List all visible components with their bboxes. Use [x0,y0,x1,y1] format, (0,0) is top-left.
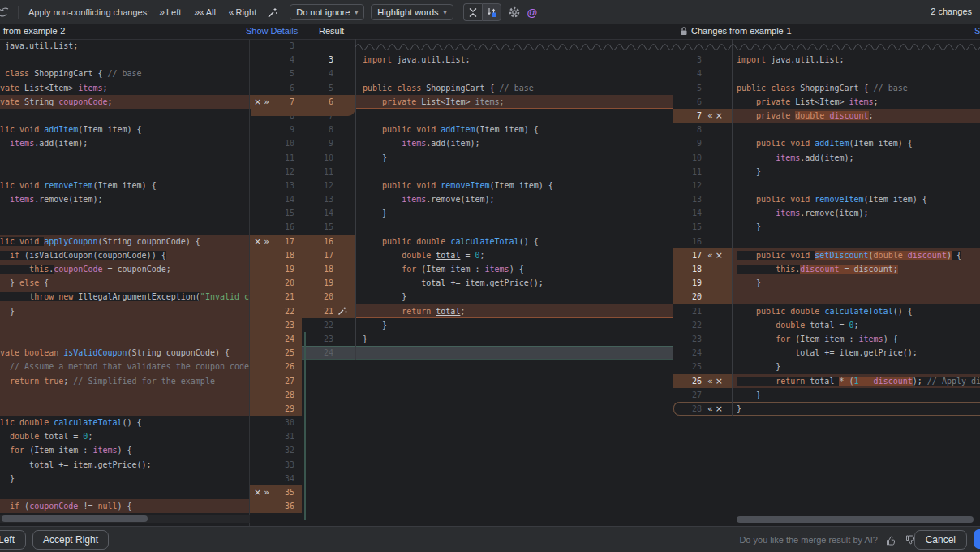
code-text[interactable]: java.util.List; [0,39,250,53]
magic-resolve-icon[interactable] [266,6,278,19]
code-text[interactable]: public void removeItem(Item item) { [355,179,673,192]
ignore-change-icon[interactable]: × [254,235,261,248]
code-text[interactable]: for (Item item : items) { [732,332,980,346]
code-text[interactable]: items.add(item); [355,136,673,150]
apply-all-button[interactable]: »« All [191,5,219,19]
code-text[interactable]: this.couponCode = couponCode; [0,262,250,276]
code-text[interactable]: vate List<Item> items; [0,81,250,95]
accept-right-button[interactable]: Accept Right [32,530,109,550]
code-text[interactable]: public class ShoppingCart { // base [732,81,980,95]
code-text[interactable]: public double calculateTotal() { [355,235,673,248]
apply-change-left-icon[interactable]: « [707,402,713,416]
code-text[interactable]: class ShoppingCart { // base [0,67,250,80]
code-text[interactable]: public double calculateTotal() { [732,304,980,318]
code-text[interactable]: if (couponCode != null) { [0,499,250,513]
code-text[interactable] [0,485,250,499]
highlight-mode-dropdown[interactable]: Highlight words ▾ [371,4,453,20]
code-text[interactable]: public void setDiscount(double discount)… [732,248,980,262]
left-hscrollbar-thumb[interactable] [2,515,148,522]
right-panel[interactable]: 3 import java.util.List; 4 5 public clas… [673,39,980,526]
code-text[interactable]: lic void addItem(Item item) { [0,123,250,136]
ignore-policy-dropdown[interactable]: Do not ignore ▾ [290,4,364,20]
code-text[interactable] [732,290,980,304]
code-text[interactable] [355,165,673,179]
code-text[interactable] [355,346,673,360]
code-text[interactable]: this.discount = discount; [732,262,980,276]
code-text[interactable]: private List<Item> items; [732,95,980,109]
code-text[interactable]: items.remove(item); [732,206,980,220]
code-text[interactable] [732,123,980,136]
code-text[interactable]: items.remove(item); [355,192,673,206]
code-text[interactable]: import java.util.List; [355,53,673,67]
code-text[interactable]: } [355,151,673,165]
code-text[interactable] [732,235,980,248]
apply-change-left-icon[interactable]: « [707,248,713,262]
code-text[interactable]: vate String couponCode; [0,95,250,109]
code-text[interactable]: public class ShoppingCart { // base [355,81,673,95]
code-text[interactable] [0,109,250,123]
code-text[interactable] [0,53,250,67]
code-text[interactable]: return total * (1 - discount); // Apply … [732,374,980,388]
code-text[interactable]: items.add(item); [732,151,980,165]
right-hscrollbar-thumb[interactable] [737,516,974,523]
code-text[interactable]: total += item.getPrice(); [732,346,980,360]
show-details-link[interactable]: Show Details [246,26,298,36]
code-text[interactable] [0,220,250,234]
code-text[interactable] [0,402,250,416]
code-text[interactable]: } [732,402,980,416]
code-text[interactable]: } else { [0,276,250,290]
code-text[interactable] [0,332,250,346]
ai-resolve-wand-icon[interactable] [337,306,347,316]
code-text[interactable]: items.add(item); [0,136,250,150]
code-text[interactable]: } [732,276,980,290]
sync-scroll-button[interactable] [482,3,501,21]
code-text[interactable]: } [732,220,980,234]
ai-assistant-icon[interactable]: @ [527,6,538,19]
result-panel[interactable]: 3 import java.util.List; 4 5 public clas… [302,39,673,526]
apply-change-right-icon[interactable]: » [264,485,269,499]
code-text[interactable] [732,179,980,192]
thumbs-up-icon[interactable] [885,534,897,546]
code-text[interactable] [732,67,980,80]
code-text[interactable] [0,388,250,402]
apply-change-right-icon[interactable]: » [264,235,269,248]
code-text[interactable]: } [355,318,673,332]
collapse-unchanged-button[interactable] [463,3,482,21]
apply-change-left-icon[interactable]: « [707,374,713,388]
cancel-button[interactable]: Cancel [914,530,967,550]
rollback-icon[interactable] [0,6,10,19]
apply-primary-button[interactable] [974,529,980,549]
code-text[interactable] [355,220,673,234]
code-text[interactable]: vate boolean isValidCoupon(String coupon… [0,346,250,360]
ignore-change-icon[interactable]: × [716,374,723,388]
code-text[interactable]: total += item.getPrice(); [355,276,673,290]
apply-change-left-icon[interactable]: « [707,109,713,123]
ignore-change-icon[interactable]: × [716,248,723,262]
show-details-link-clipped[interactable]: Show Details [974,26,980,36]
code-text[interactable]: double total = 0; [355,248,673,262]
code-text[interactable]: private List<Item> items; [355,95,673,109]
code-text[interactable] [355,109,673,123]
code-text[interactable]: if (isValidCoupon(couponCode)) { [0,248,250,262]
code-text[interactable]: lic double calculateTotal() { [0,416,250,429]
accept-left-button[interactable]: Accept Left [0,530,26,550]
code-text[interactable]: } [355,206,673,220]
code-text[interactable] [355,67,673,80]
code-text[interactable]: // Assume a method that validates the co… [0,360,250,373]
ignore-change-icon[interactable]: × [716,402,723,416]
code-text[interactable] [0,318,250,332]
code-text[interactable]: } [0,304,250,318]
code-text[interactable]: return true; // Simplified for the examp… [0,374,250,388]
code-text[interactable]: total += item.getPrice(); [0,458,250,472]
code-text[interactable]: public void addItem(Item item) { [355,123,673,136]
ignore-change-icon[interactable]: × [716,109,723,123]
code-text[interactable]: double total = 0; [732,318,980,332]
code-text[interactable]: for (Item item : items) { [0,443,250,457]
code-text[interactable]: public void addItem(Item item) { [732,136,980,150]
code-text[interactable]: import java.util.List; [732,53,980,67]
code-text[interactable]: } [732,165,980,179]
code-text[interactable] [0,165,250,179]
code-text[interactable]: double total = 0; [0,429,250,443]
code-text[interactable]: for (Item item : items) { [355,262,673,276]
apply-left-button[interactable]: » Left [156,5,184,19]
